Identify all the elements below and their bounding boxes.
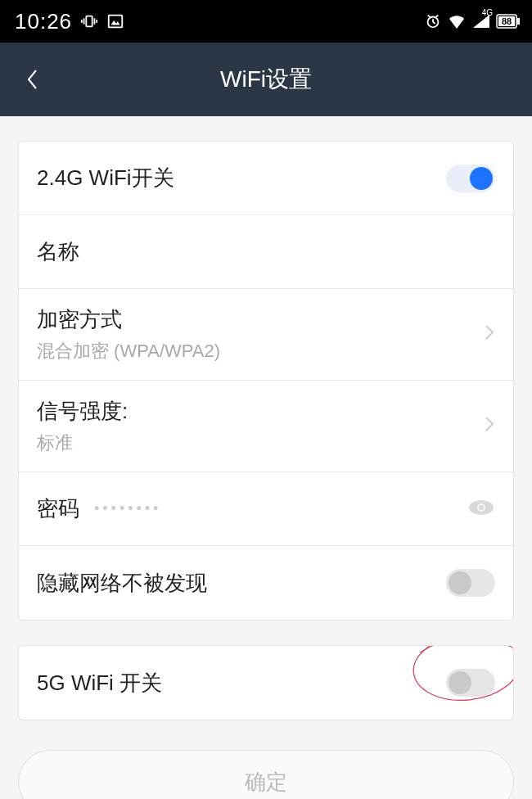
svg-text:88: 88 (502, 16, 512, 26)
signal-icon: 4G (471, 13, 491, 29)
image-icon (106, 12, 124, 30)
network-label: 4G (482, 8, 493, 17)
vibrate-icon (80, 12, 98, 30)
row-password[interactable]: 密码 •••••••• (19, 472, 513, 546)
battery-icon: 88 (496, 14, 521, 29)
wifi24-label: 2.4G WiFi开关 (37, 164, 174, 192)
chevron-right-icon (484, 323, 495, 347)
page-title: WiFi设置 (220, 64, 312, 95)
confirm-button[interactable]: 确定 (18, 750, 514, 799)
row-encryption[interactable]: 加密方式 混合加密 (WPA/WPA2) (19, 289, 513, 381)
wifi5-label: 5G WiFi 开关 (37, 669, 162, 697)
wifi-icon (447, 13, 467, 29)
name-label: 名称 (37, 237, 79, 266)
wifi24-card: 2.4G WiFi开关 名称 加密方式 混合加密 (WPA/WPA2) 信号强度… (18, 141, 514, 621)
encryption-value: 混合加密 (WPA/WPA2) (37, 339, 220, 363)
alarm-icon (424, 12, 442, 30)
svg-marker-6 (111, 20, 120, 25)
svg-line-11 (436, 16, 439, 17)
confirm-label: 确定 (245, 768, 287, 797)
wifi5-toggle[interactable] (446, 669, 495, 697)
password-mask: •••••••• (94, 500, 161, 517)
row-hide-network: 隐藏网络不被发现 (19, 546, 513, 620)
row-signal[interactable]: 信号强度: 标准 (19, 381, 513, 472)
status-bar: 10:26 (0, 0, 532, 43)
row-name[interactable]: 名称 (19, 215, 513, 289)
svg-line-10 (428, 16, 431, 17)
chevron-right-icon (484, 414, 495, 439)
status-time: 10:26 (15, 9, 72, 34)
eye-icon[interactable] (467, 498, 495, 521)
row-wifi5-switch: 5G WiFi 开关 (19, 646, 513, 720)
back-button[interactable] (16, 63, 49, 96)
svg-rect-15 (517, 18, 520, 25)
encryption-label: 加密方式 (37, 305, 220, 334)
svg-rect-5 (109, 16, 123, 28)
hide-toggle[interactable] (446, 569, 495, 597)
svg-line-9 (433, 22, 435, 24)
nav-bar: WiFi设置 (0, 43, 532, 116)
wifi24-toggle[interactable] (446, 165, 495, 192)
hide-label: 隐藏网络不被发现 (37, 569, 207, 598)
signal-value: 标准 (37, 431, 128, 455)
signal-label: 信号强度: (37, 397, 128, 426)
password-label: 密码 (37, 494, 79, 523)
wifi5-card: 5G WiFi 开关 (18, 645, 514, 720)
svg-point-19 (479, 505, 484, 510)
row-wifi24-switch: 2.4G WiFi开关 (19, 142, 513, 215)
svg-rect-0 (86, 16, 92, 27)
